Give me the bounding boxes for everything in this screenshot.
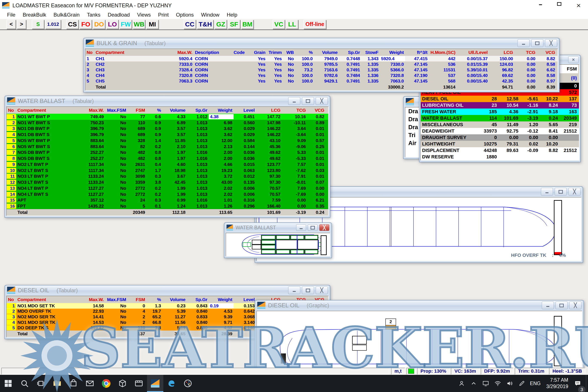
summary-row-diesel-oil[interactable]: DIESEL OIL2812.58-5.6110.22137 (421, 96, 579, 102)
cell[interactable]: 11531 (429, 67, 457, 72)
water-ballast-titlebar[interactable]: WATER BALLAST (Tabular) ╳ (6, 96, 328, 106)
cell[interactable]: 0.8 (146, 150, 162, 155)
menu-views[interactable]: Views (134, 12, 154, 18)
cell[interactable]: 1117.34 (69, 162, 105, 167)
menu-window[interactable]: Window (198, 12, 223, 18)
cell[interactable]: 0.3 (146, 198, 162, 203)
cell[interactable]: 5920.4 (158, 56, 194, 61)
cell[interactable]: 0.00 (282, 204, 307, 209)
cell[interactable]: No (283, 73, 295, 78)
cell[interactable]: 1.013 (187, 132, 209, 137)
cell[interactable]: 5 (128, 204, 146, 209)
bulk-grain-titlebar[interactable]: BULK & GRAIN (Tabular) ╳ (85, 38, 558, 48)
cell[interactable]: 1127.27 (69, 192, 105, 197)
cell[interactable]: 0.316 (234, 198, 256, 203)
close-button[interactable]: ╳ (568, 188, 580, 196)
table-row[interactable]: 7NO5 DB BWT P252.27No4820.81.971.0162.00… (7, 150, 328, 156)
diesel-oil-titlebar[interactable]: DIESEL OIL (Tabular) ╳ (6, 286, 328, 295)
cell[interactable]: No (105, 162, 128, 167)
cell[interactable]: Yes (267, 73, 283, 78)
cell[interactable]: 5 (7, 138, 16, 143)
cell[interactable]: 1.012 (187, 114, 209, 119)
cell[interactable]: 1.016 (187, 156, 209, 161)
menu-tanks[interactable]: Tanks (83, 12, 104, 18)
cell[interactable]: 119.42 (69, 325, 105, 330)
toolbar-button-item[interactable]: > (17, 20, 26, 29)
close-icon[interactable]: × (576, 2, 581, 8)
cell[interactable]: No (105, 308, 128, 314)
cell[interactable]: 4 (7, 132, 16, 137)
cell[interactable]: 0.833 (187, 314, 209, 319)
cell[interactable]: 9.39 (209, 314, 234, 319)
cell[interactable]: No (105, 144, 128, 149)
cell[interactable]: 0.9 (146, 120, 162, 125)
cell[interactable]: 8.97 (537, 78, 556, 84)
cell[interactable]: 0.840 (187, 320, 209, 325)
table-row[interactable]: 3CH37328.4CORNYesYesNo73.27163.60.74911.… (85, 67, 558, 73)
cell[interactable]: 1435.22 (69, 204, 105, 209)
active-cell[interactable]: 0.19 (209, 303, 234, 308)
cell[interactable]: 0.144 (234, 144, 256, 149)
cell[interactable]: CH1 (94, 56, 158, 61)
cell[interactable]: No (105, 198, 128, 203)
cell[interactable]: 0.00 (514, 73, 537, 78)
cell[interactable]: 0.063 (234, 168, 256, 173)
cell[interactable]: 49.62 (256, 156, 282, 161)
cell[interactable]: 100.0 (295, 78, 314, 84)
cell[interactable]: 0.00 (514, 67, 537, 72)
toolbar-button-cs[interactable]: CS (66, 20, 79, 29)
menu-help[interactable]: Help (223, 12, 241, 18)
cell[interactable]: 0.7491 (339, 62, 361, 67)
cell[interactable]: 12 (7, 180, 16, 185)
store-icon[interactable] (65, 375, 82, 392)
cell[interactable]: 7 (7, 150, 16, 155)
cell[interactable]: 0.8 (146, 156, 162, 161)
toolbar-button-fo[interactable]: FO (80, 20, 92, 29)
menu-breakbulk[interactable]: BreakBulk (19, 12, 50, 18)
toolbar-button-1-012[interactable]: 1.012 (45, 20, 61, 29)
cell[interactable]: 0.840 (187, 308, 209, 314)
cell[interactable]: 442 (429, 56, 457, 61)
cell[interactable]: 0.01 (307, 132, 326, 137)
summary-row-water-ballast[interactable]: WATER BALLAST114101.69-3.190.2420349 (421, 115, 579, 122)
toolbar-button-sf[interactable]: SF (228, 20, 240, 29)
cell[interactable]: 166.40 (256, 204, 282, 209)
cell[interactable]: 2 (85, 62, 94, 67)
cell[interactable]: 1 (85, 56, 94, 61)
3d-viewer-icon[interactable] (114, 375, 131, 392)
loadmaster-icon[interactable] (147, 375, 163, 392)
cell[interactable]: 0.7491 (339, 78, 361, 84)
show-desktop-button[interactable] (586, 375, 588, 392)
cell[interactable]: 0.015 (234, 162, 256, 167)
cell[interactable]: 749.49 (69, 114, 105, 119)
cell[interactable]: No (105, 204, 128, 209)
cell[interactable]: 73.2 (295, 67, 314, 72)
cell[interactable]: 1.343 (361, 56, 380, 61)
cell[interactable]: 0.006 (234, 192, 256, 197)
cell[interactable]: 4.33 (162, 114, 187, 119)
table-row[interactable]: 14NO4 LT BWT S1127.27No27720.21.991.0132… (7, 191, 328, 197)
cell[interactable]: 100.0 (295, 56, 314, 61)
cell[interactable]: 3 (7, 126, 16, 131)
table-row[interactable]: 11NO3 LT BWT P1133.24No30980.33.671.0133… (7, 174, 328, 180)
summary-row-draught-survey[interactable]: DRAUGHT SURVEY00.000.000.00 (421, 134, 579, 141)
cell[interactable]: 1.97 (162, 156, 187, 161)
close-button[interactable]: ╳ (319, 224, 329, 231)
minimize-button[interactable] (518, 39, 530, 47)
cell[interactable]: NO4 LT BWT S (16, 192, 69, 197)
cell[interactable]: 3098 (128, 174, 146, 179)
people-icon[interactable] (456, 375, 468, 392)
cell[interactable]: No (105, 320, 128, 325)
table-row[interactable]: 2CH27333.0CORNYesYesNo100.09785.50.74911… (85, 62, 558, 67)
cell[interactable]: 11.85 (162, 138, 187, 143)
cell[interactable]: CORN (194, 62, 232, 67)
cell[interactable]: 0.6 (146, 114, 162, 119)
cell[interactable]: 0.00/15.40 (457, 78, 489, 84)
cell[interactable]: 1.016 (187, 198, 209, 203)
toolbar-button-cc[interactable]: CC (184, 20, 196, 29)
cell[interactable]: 65.2 (146, 314, 162, 319)
cell[interactable]: 14.58 (69, 303, 105, 308)
cell[interactable]: 1.013 (187, 120, 209, 125)
cell[interactable]: 0.012 (234, 174, 256, 179)
cell[interactable]: 9785.5 (314, 62, 339, 67)
